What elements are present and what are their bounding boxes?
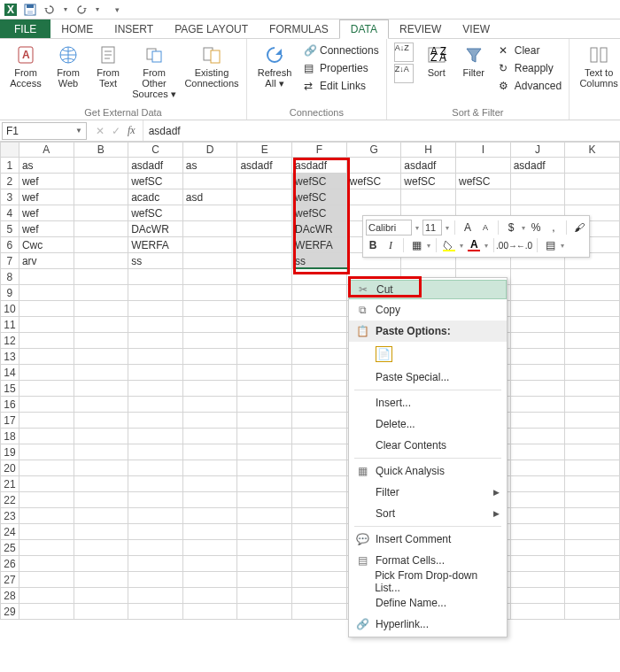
cell-C14[interactable] xyxy=(128,365,183,381)
cell-E1[interactable]: asdadf xyxy=(237,158,292,174)
cell-E17[interactable] xyxy=(237,413,292,429)
row-header-19[interactable]: 19 xyxy=(0,444,19,460)
row-header-7[interactable]: 7 xyxy=(0,253,19,269)
cell-E8[interactable] xyxy=(237,269,292,285)
cell-E25[interactable] xyxy=(237,540,292,556)
cell-A7[interactable]: arv xyxy=(19,253,74,269)
cell-D8[interactable] xyxy=(183,269,238,285)
cell-H2[interactable]: wefSC xyxy=(401,174,456,189)
cell-F13[interactable] xyxy=(292,349,347,365)
tab-home[interactable]: HOME xyxy=(50,19,104,38)
cell-D9[interactable] xyxy=(183,285,238,301)
cell-E13[interactable] xyxy=(237,349,292,365)
cell-C29[interactable] xyxy=(128,604,183,620)
cell-F6[interactable]: WERFA xyxy=(292,237,347,253)
cell-B19[interactable] xyxy=(74,444,129,460)
cell-J26[interactable] xyxy=(511,556,566,572)
cell-E29[interactable] xyxy=(237,604,292,620)
row-header-1[interactable]: 1 xyxy=(0,158,19,174)
cell-F12[interactable] xyxy=(292,333,347,349)
row-header-17[interactable]: 17 xyxy=(0,413,19,429)
cell-D17[interactable] xyxy=(183,413,238,429)
cell-B14[interactable] xyxy=(74,365,129,381)
cell-F25[interactable] xyxy=(292,540,347,556)
cell-I2[interactable]: wefSC xyxy=(456,174,511,189)
cell-F1[interactable]: asdadf xyxy=(292,158,347,174)
from-other-sources-button[interactable]: From Other Sources ▾ xyxy=(129,42,179,99)
cell-J18[interactable] xyxy=(511,429,566,444)
col-header-J[interactable]: J xyxy=(511,142,566,158)
cell-A2[interactable]: wef xyxy=(19,174,74,189)
cell-F29[interactable] xyxy=(292,604,347,620)
col-header-E[interactable]: E xyxy=(237,142,292,158)
insert-function-icon[interactable]: fx xyxy=(128,124,136,137)
properties-button[interactable]: ▤Properties xyxy=(304,60,379,76)
border-icon[interactable]: ▦ xyxy=(409,238,423,252)
cell-C8[interactable] xyxy=(128,269,183,285)
cell-A12[interactable] xyxy=(19,333,74,349)
cell-B27[interactable] xyxy=(74,572,129,588)
cell-B26[interactable] xyxy=(74,556,129,572)
cell-E9[interactable] xyxy=(237,285,292,301)
cell-D23[interactable] xyxy=(183,508,238,524)
cell-J3[interactable] xyxy=(511,189,566,205)
cell-A27[interactable] xyxy=(19,572,74,588)
cell-D5[interactable] xyxy=(183,221,238,237)
row-header-18[interactable]: 18 xyxy=(0,429,19,444)
font-dropdown-icon[interactable]: ▾ xyxy=(415,224,419,232)
cell-A14[interactable] xyxy=(19,365,74,381)
row-header-5[interactable]: 5 xyxy=(0,221,19,237)
redo-icon[interactable] xyxy=(74,3,89,17)
cell-F7[interactable]: ss xyxy=(292,253,347,269)
cell-F20[interactable] xyxy=(292,460,347,476)
row-header-24[interactable]: 24 xyxy=(0,524,19,540)
cell-F28[interactable] xyxy=(292,588,347,604)
italic-icon[interactable]: I xyxy=(384,238,398,252)
row-header-25[interactable]: 25 xyxy=(0,540,19,556)
select-all-corner[interactable] xyxy=(0,142,19,158)
row-header-8[interactable]: 8 xyxy=(0,269,19,285)
cell-J2[interactable] xyxy=(511,174,566,189)
cell-D6[interactable] xyxy=(183,237,238,253)
tab-data[interactable]: DATA xyxy=(339,19,389,39)
cell-K10[interactable] xyxy=(565,301,620,317)
cell-C27[interactable] xyxy=(128,572,183,588)
cell-J9[interactable] xyxy=(511,285,566,301)
cell-F16[interactable] xyxy=(292,397,347,413)
sort-button[interactable]: A ZZ ASort xyxy=(421,42,453,94)
cell-A6[interactable]: Cwc xyxy=(19,237,74,253)
cell-A23[interactable] xyxy=(19,508,74,524)
cell-J19[interactable] xyxy=(511,444,566,460)
cell-A22[interactable] xyxy=(19,492,74,508)
row-header-26[interactable]: 26 xyxy=(0,556,19,572)
cell-J20[interactable] xyxy=(511,460,566,476)
cell-A16[interactable] xyxy=(19,397,74,413)
increase-decimal-icon[interactable]: .00→ xyxy=(500,238,514,252)
cell-C22[interactable] xyxy=(128,492,183,508)
cell-C2[interactable]: wefSC xyxy=(128,174,183,189)
cell-C23[interactable] xyxy=(128,508,183,524)
cell-K28[interactable] xyxy=(565,588,620,604)
ctx-filter[interactable]: Filter▶ xyxy=(349,482,507,503)
cell-D18[interactable] xyxy=(183,429,238,444)
cell-B17[interactable] xyxy=(74,413,129,429)
ctx-format-cells[interactable]: ▤Format Cells... xyxy=(349,550,507,571)
cell-D7[interactable] xyxy=(183,253,238,269)
ctx-quick-analysis[interactable]: ▦Quick Analysis xyxy=(349,460,507,482)
cell-K2[interactable] xyxy=(565,174,620,189)
col-header-G[interactable]: G xyxy=(347,142,402,158)
cell-A18[interactable] xyxy=(19,429,74,444)
qat-customize-icon[interactable]: ▾ xyxy=(110,3,124,17)
row-header-27[interactable]: 27 xyxy=(0,572,19,588)
refresh-all-button[interactable]: Refresh All ▾ xyxy=(254,42,295,94)
cell-D19[interactable] xyxy=(183,444,238,460)
cell-J12[interactable] xyxy=(511,333,566,349)
cell-E28[interactable] xyxy=(237,588,292,604)
cell-K13[interactable] xyxy=(565,349,620,365)
cell-J24[interactable] xyxy=(511,524,566,540)
cell-I3[interactable] xyxy=(456,189,511,205)
name-box[interactable]: F1▼ xyxy=(2,122,87,140)
tab-view[interactable]: VIEW xyxy=(452,19,500,38)
cell-F4[interactable]: wefSC xyxy=(292,205,347,221)
cell-F15[interactable] xyxy=(292,381,347,397)
